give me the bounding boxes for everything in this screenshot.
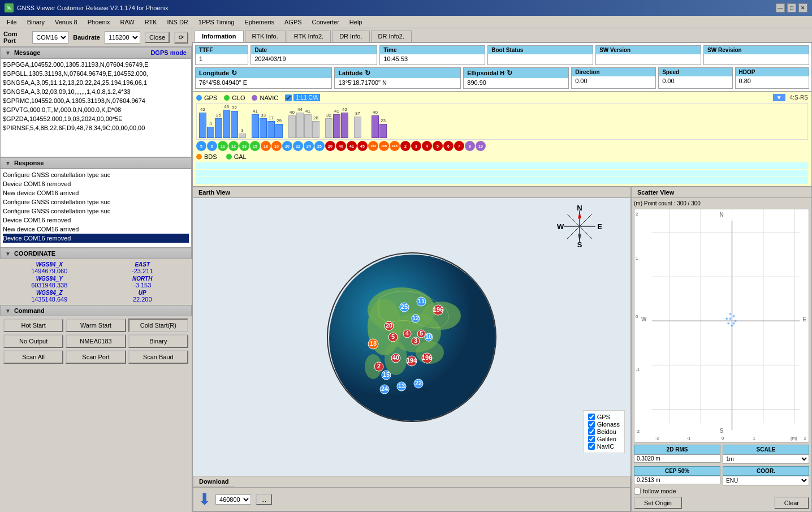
binary-button[interactable]: Binary	[128, 334, 188, 348]
follow-mode-checkbox[interactable]	[634, 488, 641, 494]
legend-glo-label: GLO	[232, 94, 245, 101]
tab-rtk-info[interactable]: RTK Info.	[245, 31, 286, 42]
latitude-label: Latitude ↻	[335, 68, 460, 78]
list-item[interactable]: Device COM16 removed	[3, 234, 189, 243]
sw-version-cell: SW Version	[595, 45, 701, 65]
hdop-value: 0.80	[736, 76, 809, 87]
sat-bars-container: 42 4 25 43 32 3 41 33 17 29 40 44 41 28	[196, 103, 808, 140]
list-item: Configure GNSS constellation type suc	[3, 206, 189, 216]
sat-circle-11: 11	[218, 141, 228, 151]
longitude-refresh-icon[interactable]: ↻	[231, 69, 237, 77]
scale-select[interactable]: 1m2m5m10m	[723, 454, 809, 464]
info-row-2: Longitude ↻ 76°4'58.04940" E Latitude ↻ …	[195, 67, 809, 89]
ellipsoidal-cell: Ellipsoidal H ↻ 890.90	[463, 67, 569, 89]
scatter-controls: 2D RMS 0.3020 m SCALE 1m2m5m10m CEP 50% …	[634, 445, 809, 485]
close-window-button[interactable]: ✕	[798, 3, 807, 12]
response-content[interactable]: Configure GNSS constellation type suc De…	[0, 169, 192, 248]
svg-text:3: 3	[414, 337, 417, 344]
legend-gps-checkbox[interactable]	[588, 414, 595, 420]
no-output-button[interactable]: No Output	[3, 334, 63, 348]
clear-button[interactable]: Clear	[774, 497, 809, 509]
sat-circle-2: 2	[400, 141, 411, 151]
svg-point-64	[729, 317, 731, 320]
menu-agps[interactable]: AGPS	[280, 18, 306, 27]
boot-status-label: Boot Status	[488, 46, 593, 54]
download-speed-select[interactable]: 460800 115200 230400 921600	[215, 494, 251, 505]
menu-venus8[interactable]: Venus 8	[50, 18, 82, 27]
svg-point-68	[735, 320, 737, 322]
menu-rtk[interactable]: RTK	[140, 18, 162, 27]
tab-rtk-info2[interactable]: RTK Info2.	[287, 31, 331, 42]
restore-button[interactable]: □	[787, 3, 796, 12]
menu-binary[interactable]: Binary	[23, 18, 49, 27]
menu-bar: File Binary Venus 8 Phoenix RAW RTK INS …	[0, 16, 812, 28]
scan-baud-button[interactable]: Scan Baud	[128, 350, 188, 364]
list-item: $GPGLL,1305.31193,N,07604.96749,E,104552…	[3, 69, 189, 78]
legend-navic-checkbox[interactable]	[588, 443, 595, 450]
menu-converter[interactable]: Converter	[308, 18, 344, 27]
comport-row: Com Port COM16COM1COM2 Baudrate 11520096…	[0, 28, 192, 47]
sat-circle-7: 7	[454, 141, 464, 151]
earth-view-tab[interactable]: Earth View	[193, 187, 630, 198]
hot-start-button[interactable]: Hot Start	[3, 319, 63, 332]
sat-circle-10: 10	[271, 141, 282, 151]
tab-information[interactable]: Information	[195, 31, 244, 42]
tab-dr-info2[interactable]: DR Info2.	[371, 31, 412, 42]
navic-dot-icon	[252, 95, 257, 101]
legend-navic-item: NavIC	[588, 443, 620, 450]
command-buttons: Hot Start Warm Start Cold Start(R) No Ou…	[0, 316, 192, 366]
legend-galileo-checkbox[interactable]	[588, 436, 595, 442]
nmea0183-button[interactable]: NMEA0183	[66, 334, 126, 348]
svg-text:196: 196	[433, 306, 443, 313]
ellipsoidal-refresh-icon[interactable]: ↻	[507, 69, 512, 77]
bar-43: 43	[223, 104, 230, 138]
comport-select[interactable]: COM16COM1COM2	[32, 31, 68, 44]
bar-41a: 41	[252, 109, 259, 138]
message-content[interactable]: $GPGGA,104552.000,1305.31193,N,07604.967…	[0, 58, 192, 157]
list-item: $GNGSA,A,3,05,11,12,13,20,22,24,25,194,1…	[3, 78, 189, 87]
reset-button[interactable]: ⟳	[174, 32, 188, 44]
svg-point-65	[733, 315, 735, 317]
menu-ins-dr[interactable]: INS DR	[163, 18, 193, 27]
menu-ephemeris[interactable]: Ephemeris	[240, 18, 279, 27]
tab-dr-info[interactable]: DR Info.	[332, 31, 369, 42]
scatter-view-tab[interactable]: Scatter View	[632, 187, 811, 198]
bar-41c: 41	[333, 109, 340, 138]
legend-glonass-checkbox[interactable]	[588, 421, 595, 428]
close-port-button[interactable]: Close	[145, 32, 170, 43]
coordinate-arrow: ▼	[5, 251, 11, 257]
minimize-button[interactable]: —	[776, 3, 785, 12]
download-tab[interactable]: Download	[193, 476, 235, 487]
sat-circle-25: 25	[314, 141, 325, 151]
longitude-cell: Longitude ↻ 76°4'58.04940" E	[195, 67, 332, 89]
sat-legend2: BDS GAL	[196, 152, 808, 161]
sat-dropdown-btn[interactable]: ▼	[773, 94, 785, 101]
menu-raw[interactable]: RAW	[115, 18, 139, 27]
response-section: ▼ Response Configure GNSS constellation …	[0, 157, 192, 248]
coor-select[interactable]: ENUNED	[723, 476, 809, 485]
list-item: Configure GNSS constellation type suc	[3, 170, 189, 179]
bar-4: 4	[207, 121, 214, 138]
cold-start-button[interactable]: Cold Start(R)	[128, 319, 188, 332]
scan-all-button[interactable]: Scan All	[3, 350, 63, 364]
longitude-value: 76°4'58.04940" E	[196, 78, 331, 88]
gps-dot-icon	[196, 95, 202, 101]
menu-1pps[interactable]: 1PPS Timing	[194, 18, 239, 27]
l1ca-checkbox[interactable]	[285, 94, 292, 101]
follow-mode-row: follow mode	[634, 488, 809, 494]
north-value: -3.153	[133, 282, 151, 289]
bar-25: 25	[215, 113, 222, 138]
menu-file[interactable]: File	[2, 18, 21, 27]
download-dots-button[interactable]: ...	[256, 494, 272, 505]
menu-phoenix[interactable]: Phoenix	[83, 18, 115, 27]
warm-start-button[interactable]: Warm Start	[66, 319, 126, 332]
legend-beidou-checkbox[interactable]	[588, 428, 595, 435]
baudrate-select[interactable]: 11520096003840057600	[105, 31, 140, 44]
download-icon[interactable]: ⬇	[198, 490, 211, 509]
set-origin-button[interactable]: Set Origin	[634, 497, 682, 509]
menu-help[interactable]: Help	[345, 18, 367, 27]
scan-port-button[interactable]: Scan Port	[66, 350, 126, 364]
latitude-refresh-icon[interactable]: ↻	[365, 69, 370, 77]
download-content: ⬇ 460800 115200 230400 921600 ...	[193, 488, 630, 511]
bar-41b: 41	[304, 109, 312, 138]
